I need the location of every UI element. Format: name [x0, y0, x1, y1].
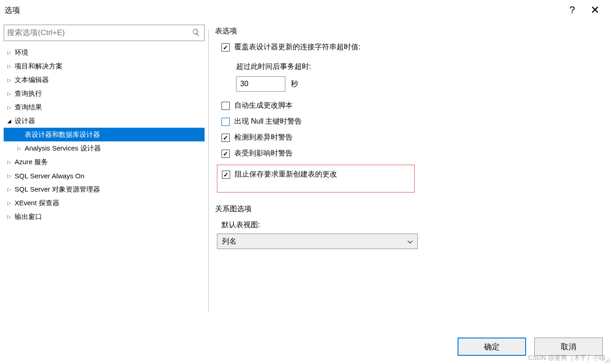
titlebar: 选项 ? ✕	[0, 0, 611, 20]
arrow-right-icon[interactable]: ▷	[7, 50, 14, 56]
arrow-right-icon[interactable]: ▷	[7, 159, 14, 165]
chevron-down-icon	[407, 238, 413, 245]
left-panel: ▷环境▷项目和解决方案▷文本编辑器▷查询执行▷查询结果◢设计器表设计器和数据库设…	[4, 25, 205, 321]
prevent-save-label: 阻止保存要求重新创建表的更改	[235, 170, 337, 179]
tree-item-12[interactable]: ▷输出窗口	[4, 210, 205, 224]
svg-point-4	[607, 362, 608, 363]
search-box[interactable]	[4, 25, 205, 41]
arrow-right-icon[interactable]: ▷	[17, 146, 24, 151]
tree-item-label: 文本编辑器	[15, 76, 49, 84]
affected-warning-checkbox[interactable]	[221, 150, 230, 158]
tree-item-0[interactable]: ▷环境	[4, 46, 205, 59]
tree-item-label: 项目和解决方案	[15, 62, 63, 71]
tree-item-8[interactable]: ▷Azure 服务	[4, 155, 205, 169]
timeout-label: 超过此时间后事务超时:	[236, 62, 606, 72]
null-warning-label: 出现 Null 主键时警告	[234, 117, 302, 126]
help-icon[interactable]: ?	[561, 4, 584, 16]
search-input[interactable]	[7, 28, 190, 37]
tree-item-label: SQL Server 对象资源管理器	[15, 185, 100, 194]
default-view-label: 默认表视图:	[221, 220, 606, 230]
arrow-right-icon[interactable]: ▷	[7, 63, 14, 69]
tree-item-3[interactable]: ▷查询执行	[4, 87, 205, 100]
tree-item-9[interactable]: ▷SQL Server Always On	[4, 169, 205, 182]
tree-item-6[interactable]: 表设计器和数据库设计器	[4, 128, 205, 141]
tree-item-label: 环境	[15, 48, 28, 57]
arrow-right-icon[interactable]: ▷	[7, 104, 14, 110]
auto-generate-checkbox[interactable]	[221, 102, 230, 110]
tree-item-label: 查询执行	[15, 89, 42, 98]
tree-item-1[interactable]: ▷项目和解决方案	[4, 59, 205, 73]
resize-grip-icon[interactable]	[604, 357, 610, 363]
search-icon[interactable]	[190, 28, 201, 38]
arrow-down-icon[interactable]: ◢	[7, 118, 14, 124]
diff-warning-row[interactable]: 检测到差异时警告	[221, 133, 606, 142]
cancel-button[interactable]: 取消	[534, 338, 603, 356]
dialog-footer: 确定 取消	[458, 338, 603, 356]
override-timeout-label: 覆盖表设计器更新的连接字符串超时值	[234, 42, 360, 52]
tree-item-4[interactable]: ▷查询结果	[4, 100, 205, 114]
arrow-right-icon[interactable]: ▷	[7, 200, 14, 206]
svg-point-3	[605, 362, 606, 363]
svg-point-0	[609, 358, 610, 359]
ok-button[interactable]: 确定	[458, 338, 526, 356]
tree-item-label: SQL Server Always On	[15, 172, 84, 180]
tree-item-5[interactable]: ◢设计器	[4, 114, 205, 128]
affected-warning-row[interactable]: 表受到影响时警告	[221, 149, 606, 158]
dialog-title: 选项	[5, 5, 561, 16]
null-warning-checkbox[interactable]	[221, 118, 230, 126]
tree-item-label: XEvent 探查器	[15, 199, 59, 208]
right-panel: 表选项 覆盖表设计器更新的连接字符串超时值 超过此时间后事务超时: 秒 自动生成…	[212, 25, 611, 321]
main-area: ▷环境▷项目和解决方案▷文本编辑器▷查询执行▷查询结果◢设计器表设计器和数据库设…	[0, 20, 611, 321]
timeout-input[interactable]	[236, 76, 285, 92]
prevent-save-row[interactable]: 阻止保存要求重新创建表的更改	[222, 170, 410, 179]
override-timeout-row[interactable]: 覆盖表设计器更新的连接字符串超时值	[221, 42, 606, 52]
arrow-right-icon[interactable]: ▷	[7, 173, 14, 179]
prevent-save-highlight: 阻止保存要求重新创建表的更改	[217, 165, 415, 192]
timeout-unit: 秒	[291, 79, 298, 89]
null-warning-row[interactable]: 出现 Null 主键时警告	[221, 117, 606, 126]
close-icon[interactable]: ✕	[584, 4, 606, 16]
diagram-options-title: 关系图选项	[215, 204, 606, 214]
panel-divider	[208, 29, 209, 312]
arrow-right-icon[interactable]: ▷	[7, 91, 14, 97]
tree-item-label: 查询结果	[15, 103, 42, 112]
auto-generate-label: 自动生成更改脚本	[234, 101, 293, 110]
auto-generate-row[interactable]: 自动生成更改脚本	[221, 101, 606, 110]
svg-point-5	[609, 362, 610, 363]
default-view-dropdown[interactable]: 列名	[217, 234, 418, 249]
tree-item-label: 表设计器和数据库设计器	[25, 130, 100, 139]
svg-point-2	[609, 360, 610, 361]
tree-item-7[interactable]: ▷Analysis Services 设计器	[4, 141, 205, 155]
tree-item-label: Analysis Services 设计器	[25, 144, 101, 153]
tree-item-11[interactable]: ▷XEvent 探查器	[4, 196, 205, 210]
table-options-title: 表选项	[215, 26, 606, 36]
prevent-save-checkbox[interactable]	[222, 171, 230, 179]
arrow-right-icon[interactable]: ▷	[7, 214, 14, 220]
affected-warning-label: 表受到影响时警告	[234, 149, 293, 158]
options-tree[interactable]: ▷环境▷项目和解决方案▷文本编辑器▷查询执行▷查询结果◢设计器表设计器和数据库设…	[4, 44, 205, 321]
tree-item-10[interactable]: ▷SQL Server 对象资源管理器	[4, 182, 205, 196]
timeout-block: 超过此时间后事务超时: 秒	[236, 62, 606, 92]
svg-point-1	[607, 360, 608, 361]
tree-item-label: 输出窗口	[15, 213, 42, 221]
tree-item-label: 设计器	[15, 117, 35, 125]
diff-warning-checkbox[interactable]	[221, 134, 230, 142]
tree-item-2[interactable]: ▷文本编辑器	[4, 73, 205, 87]
arrow-right-icon[interactable]: ▷	[7, 77, 14, 83]
dropdown-selected: 列名	[222, 237, 237, 246]
tree-item-label: Azure 服务	[15, 158, 48, 166]
arrow-right-icon[interactable]: ▷	[7, 187, 14, 192]
diff-warning-label: 检测到差异时警告	[234, 133, 293, 142]
override-timeout-checkbox[interactable]	[221, 43, 230, 52]
